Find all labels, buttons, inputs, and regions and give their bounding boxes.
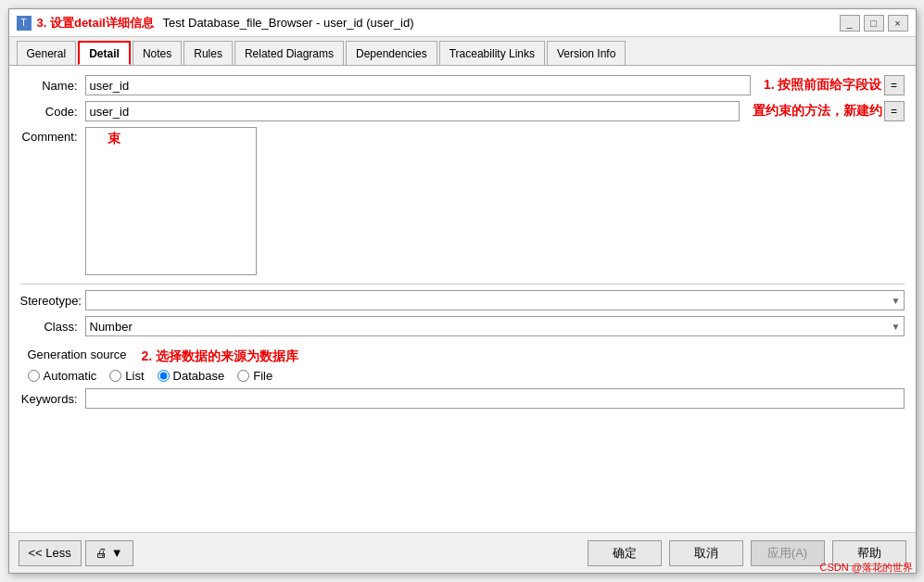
radio-group: Automatic List Database File bbox=[28, 369, 905, 383]
radio-file[interactable]: File bbox=[237, 369, 272, 383]
tab-bar: General Detail Notes Rules Related Diagr… bbox=[9, 37, 916, 66]
class-row: Class: Number String Integer Float bbox=[20, 316, 905, 336]
main-window: T 3. 设置detail详细信息 Test Database_file_Bro… bbox=[8, 8, 917, 574]
name-row: Name: 1. 按照前面给字段设 = bbox=[20, 75, 905, 95]
tab-related[interactable]: Related Diagrams bbox=[234, 41, 344, 65]
keywords-input[interactable] bbox=[85, 388, 905, 409]
generation-source-title: Generation source bbox=[28, 348, 127, 361]
class-label: Class: bbox=[20, 320, 85, 334]
generation-source-section: Generation source 2. 选择数据的来源为数据库 Automat… bbox=[20, 342, 905, 383]
class-select[interactable]: Number String Integer Float bbox=[85, 316, 905, 336]
code-label: Code: bbox=[20, 105, 85, 119]
generation-source-header: Generation source 2. 选择数据的来源为数据库 bbox=[28, 348, 905, 365]
stereotype-row: Stereotype: bbox=[20, 290, 905, 310]
code-eq-button[interactable]: = bbox=[884, 101, 905, 121]
confirm-button[interactable]: 确定 bbox=[588, 540, 662, 566]
minimize-button[interactable]: _ bbox=[840, 15, 860, 32]
name-eq-button[interactable]: = bbox=[884, 75, 905, 95]
generation-source-annotation: 2. 选择数据的来源为数据库 bbox=[141, 348, 298, 365]
comment-row: Comment: 束 bbox=[20, 127, 905, 278]
stereotype-select-wrap bbox=[85, 290, 905, 310]
bottom-bar: << Less 🖨 ▼ 确定 取消 应用(A) 帮助 bbox=[9, 532, 916, 573]
tab-general[interactable]: General bbox=[17, 41, 77, 65]
maximize-button[interactable]: □ bbox=[864, 15, 884, 32]
title-bar-buttons: _ □ × bbox=[840, 15, 908, 32]
keywords-row: Keywords: bbox=[20, 388, 905, 409]
class-select-wrap: Number String Integer Float bbox=[85, 316, 905, 336]
title-bar-left: T 3. 设置detail详细信息 Test Database_file_Bro… bbox=[17, 15, 414, 32]
name-input-wrap: 1. 按照前面给字段设 = bbox=[85, 75, 905, 95]
code-input[interactable] bbox=[85, 101, 740, 121]
name-input[interactable] bbox=[85, 75, 751, 95]
title-bar: T 3. 设置detail详细信息 Test Database_file_Bro… bbox=[9, 9, 916, 37]
code-row: Code: 置约束的方法，新建约 = bbox=[20, 101, 905, 121]
tab-traceability[interactable]: Traceability Links bbox=[439, 41, 545, 65]
radio-list-label: List bbox=[125, 369, 144, 383]
stereotype-label: Stereotype: bbox=[20, 294, 85, 308]
title-main: Test Database_file_Browser - user_id (us… bbox=[163, 16, 414, 30]
bottom-left: << Less 🖨 ▼ bbox=[19, 540, 133, 566]
radio-list-input[interactable] bbox=[109, 370, 121, 382]
code-annotation: 置约束的方法，新建约 bbox=[753, 103, 882, 120]
name-label: Name: bbox=[20, 79, 85, 93]
comment-wrap: 束 bbox=[85, 127, 905, 278]
keywords-label: Keywords: bbox=[20, 392, 85, 406]
less-button[interactable]: << Less bbox=[19, 540, 82, 566]
radio-automatic[interactable]: Automatic bbox=[28, 369, 97, 383]
cancel-button[interactable]: 取消 bbox=[669, 540, 743, 566]
radio-database-input[interactable] bbox=[158, 370, 170, 382]
radio-list[interactable]: List bbox=[109, 369, 144, 383]
print-button[interactable]: 🖨 ▼ bbox=[85, 540, 133, 566]
radio-automatic-label: Automatic bbox=[44, 369, 97, 383]
print-dropdown-arrow: ▼ bbox=[111, 546, 123, 560]
tab-rules[interactable]: Rules bbox=[184, 41, 233, 65]
radio-file-label: File bbox=[253, 369, 272, 383]
tab-dependencies[interactable]: Dependencies bbox=[346, 41, 437, 65]
radio-automatic-input[interactable] bbox=[28, 370, 40, 382]
watermark: CSDN @落花的世界 bbox=[820, 561, 913, 575]
comment-label: Comment: bbox=[20, 127, 85, 144]
radio-database-label: Database bbox=[173, 369, 225, 383]
print-icon: 🖨 bbox=[95, 546, 108, 560]
radio-file-input[interactable] bbox=[237, 370, 249, 382]
apply-button[interactable]: 应用(A) bbox=[751, 540, 825, 566]
content-area: Name: 1. 按照前面给字段设 = Code: 置约束的方法，新建约 = C… bbox=[9, 66, 916, 532]
stereotype-select[interactable] bbox=[85, 290, 905, 310]
separator bbox=[20, 284, 905, 285]
title-annotation: 3. 设置detail详细信息 Test Database_file_Brows… bbox=[37, 15, 414, 32]
close-button[interactable]: × bbox=[888, 15, 908, 32]
code-input-wrap: 置约束的方法，新建约 = bbox=[85, 101, 905, 121]
window-icon: T bbox=[17, 16, 32, 31]
tab-version[interactable]: Version Info bbox=[547, 41, 626, 65]
comment-textarea[interactable] bbox=[85, 127, 257, 275]
comment-annotation: 束 bbox=[108, 131, 120, 147]
name-annotation: 1. 按照前面给字段设 bbox=[764, 77, 882, 94]
radio-database[interactable]: Database bbox=[158, 369, 225, 383]
tab-detail[interactable]: Detail bbox=[78, 41, 131, 65]
tab-notes[interactable]: Notes bbox=[133, 41, 182, 65]
